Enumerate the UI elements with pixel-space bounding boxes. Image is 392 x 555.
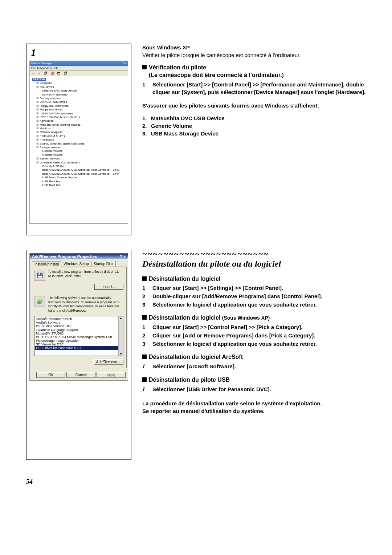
remove-section: 🧩 The following software can be automati…	[34, 296, 123, 313]
install-button[interactable]: Install...	[94, 284, 123, 290]
addremove-title-controls: ? ×	[120, 254, 126, 259]
steps-c: 1 Sélectionner [ArcSoft Software].	[142, 362, 366, 370]
step-row: 3Sélectionner le logiciel d'application …	[142, 301, 366, 308]
tree-leaf: USB Mass Storage Device	[41, 176, 126, 179]
driver-row: 2.Generic Volume	[142, 122, 366, 130]
tab-windows-setup[interactable]: Windows Setup	[61, 261, 91, 267]
step-text: Sélectionner [ArcSoft Software].	[152, 362, 236, 370]
install-button-row: Install...	[34, 284, 123, 290]
tree-leaf: MAXTOR 4K040H2	[41, 93, 126, 97]
tree-node: Sound, video and game controllers	[36, 142, 126, 146]
devmgr-title-controls: _ □ ×	[120, 62, 126, 65]
heading-b-main: Désinstallation du logiciel	[149, 315, 222, 321]
step-number: 2	[142, 332, 148, 339]
step-text: Sélectionner [Start] >> [Control Panel] …	[152, 81, 366, 96]
driver-name: USB Mass Storage Device	[151, 130, 219, 137]
verification-subtitle: (Le caméscope doit être connecté à l'ord…	[149, 72, 284, 79]
left-column-bottom: Add/Remove Programs Properties ? × Insta…	[26, 250, 131, 467]
heading-b-sub: (Sous Windows XP)	[222, 315, 270, 321]
heading-c-text: Désinstallation du logiciel ArcSoft	[149, 353, 243, 361]
driver-number: 1.	[142, 114, 147, 122]
steps-b: 1Cliquer sur [Start] >> [Control Panel] …	[142, 323, 366, 348]
addremove-button-row: Add/Remove...	[34, 359, 123, 365]
step-number: 1	[142, 385, 148, 393]
add-remove-figure: Add/Remove Programs Properties ? × Insta…	[26, 250, 131, 460]
verification-title: Vérification du pilote	[149, 64, 284, 72]
addremove-title-text: Add/Remove Programs Properties	[32, 254, 97, 259]
tree-node: Computer	[36, 81, 126, 85]
tree-leaf: USB Root Hub	[41, 183, 126, 187]
drivers-list: 1.Matsushita DVC USB Device2.Generic Vol…	[142, 114, 366, 137]
tree-node: System devices	[36, 157, 126, 161]
list-item[interactable]: SD Viewer for DSC	[35, 343, 122, 346]
list-item[interactable]: ArcSoft PhotoImpression	[35, 317, 122, 321]
tab-startup-disk[interactable]: Startup Disk	[91, 261, 116, 267]
devmgr-menubar: File Action View Help	[30, 66, 128, 71]
step-number: 1	[142, 284, 148, 292]
top-row: 1 Device Manager _ □ × File Action View …	[26, 44, 366, 243]
tree-node: Display adapters	[36, 97, 126, 100]
cancel-button[interactable]: Cancel	[66, 372, 95, 378]
list-item[interactable]: ArcSoft Software	[35, 321, 122, 324]
tree-node: Ports (COM & LPT)	[36, 134, 126, 138]
bullet-square-icon	[142, 377, 147, 382]
driver-name: Matsushita DVC USB Device	[151, 114, 225, 122]
step-number: 1	[142, 81, 148, 96]
drivers-intro: S'assurer que les pilotes suivants fourn…	[142, 102, 366, 109]
uninstall-section-title: Désinstallation du pilote ou du logiciel	[142, 258, 366, 270]
install-section: 💾 To install a new program from a floppy…	[34, 270, 123, 281]
bullet-square-icon	[142, 276, 147, 281]
devmgr-toolbar: ← → 🗐 🎯 🗔 🗐	[30, 71, 128, 76]
step-text: Double-cliquer sur [Add/Remove Programs]…	[152, 292, 322, 300]
tree-node: Floppy disk controllers	[36, 104, 126, 108]
bullet-square-icon	[142, 65, 147, 69]
tree-node: Universal Serial Bus controllersGeneric …	[36, 161, 126, 187]
list-item[interactable]: PictureStage Image Uploader	[35, 339, 122, 343]
step-number: 1	[142, 323, 148, 331]
apply-button[interactable]: Apply	[97, 372, 126, 378]
programs-listbox[interactable]: ArcSoft PhotoImpressionArcSoft SoftwareD…	[34, 316, 123, 356]
uninstall-software-xp-heading: Désinstallation du logiciel (Sous Window…	[142, 314, 366, 322]
list-item[interactable]: Japanese Language Support	[35, 328, 122, 332]
uninstall-usb-heading: Désinstallation du pilote USB	[142, 376, 366, 384]
add-remove-window: Add/Remove Programs Properties ? × Insta…	[29, 253, 128, 381]
step-text: Sélectionner le logiciel d'application q…	[152, 301, 317, 308]
devmgr-tree: STATION ComputerDisk drivesMatshita DVC …	[30, 76, 128, 223]
install-text: To install a new program from a floppy d…	[48, 270, 123, 278]
uninstall-software-heading: Désinstallation du logiciel	[142, 275, 366, 283]
addremove-button[interactable]: Add/Remove...	[93, 359, 123, 365]
tree-node: IEEE 1394 Bus host controllers	[36, 116, 126, 119]
dialog-buttons: OK Cancel Apply	[30, 372, 128, 380]
tab-install-uninstall[interactable]: Install/Uninstall	[32, 261, 61, 267]
footer-note-1: La procédure de désinstallation varie se…	[142, 400, 366, 407]
tree-leaf: Generic USB Hub	[41, 165, 126, 168]
steps-a: 1Cliquer sur [Start] >> [Settings] >> [C…	[142, 284, 366, 308]
step-number: 1	[142, 362, 148, 370]
devmgr-title-text: Device Manager	[31, 62, 52, 65]
ok-button[interactable]: OK	[36, 372, 65, 378]
footer-note-2: Se reporter au manuel d'utilisation du s…	[142, 407, 366, 415]
remove-icon: 🧩	[34, 296, 45, 307]
list-item[interactable]: USB Driver for Panasonic DVC	[35, 346, 122, 350]
device-manager-window: Device Manager _ □ × File Action View He…	[29, 61, 128, 224]
step-row: 2Double-cliquer sur [Add/Remove Programs…	[142, 292, 366, 300]
bottom-row: Add/Remove Programs Properties ? × Insta…	[26, 250, 366, 467]
bullet-square-icon	[142, 315, 147, 320]
step-row: 3Sélectionner le logiciel d'application …	[142, 340, 366, 348]
os-heading: Sous Windows XP	[142, 44, 366, 51]
left-column-top: 1 Device Manager _ □ × File Action View …	[26, 44, 131, 243]
tree-node: Network adapters	[36, 130, 126, 134]
tree-node: Monitors	[36, 127, 126, 130]
scroll-up-icon[interactable]: ▲	[119, 316, 122, 320]
listbox-scrollbar[interactable]: ▲ ▼	[118, 316, 123, 356]
list-item[interactable]: MotionDV STUDIO	[35, 332, 122, 335]
list-item[interactable]: DV Studio2 Version1.00	[35, 324, 122, 328]
addremove-titlebar: Add/Remove Programs Properties ? ×	[30, 254, 128, 259]
remove-text: The following software can be automatica…	[48, 296, 123, 313]
scroll-down-icon[interactable]: ▼	[119, 352, 122, 356]
addremove-body: 💾 To install a new program from a floppy…	[31, 267, 127, 368]
verification-steps: 1 Sélectionner [Start] >> [Control Panel…	[142, 81, 366, 96]
list-item[interactable]: PHOTOVU / MPEG4 Movie Messenger System 1…	[35, 335, 122, 339]
os-note: Vérifier le pilote lorsque le caméscope …	[142, 51, 366, 59]
tree-node: Mice and other pointing devices	[36, 123, 126, 127]
